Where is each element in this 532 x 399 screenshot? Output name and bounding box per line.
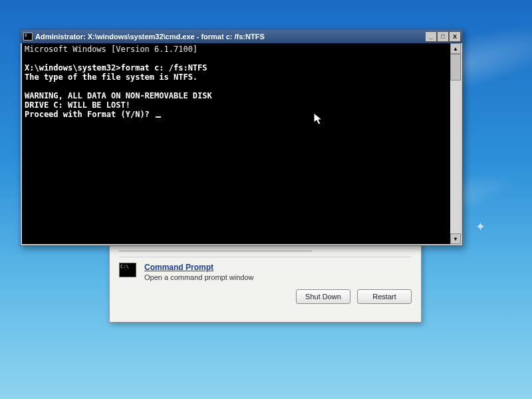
minimize-button[interactable]: _ [425, 31, 437, 42]
scrollbar[interactable]: ▲ ▼ [450, 43, 461, 244]
bird-decoration: ✦ [475, 219, 485, 234]
cmd-body: Microsoft Windows [Version 6.1.7100] X:\… [21, 43, 462, 245]
scroll-down-button[interactable]: ▼ [450, 233, 461, 244]
command-prompt-link[interactable]: Command Prompt [144, 263, 253, 272]
terminal-cursor [156, 116, 161, 118]
close-button[interactable]: X [449, 31, 461, 42]
cmd-app-icon [23, 33, 33, 41]
window-title: Administrator: X:\windows\system32\cmd.e… [35, 33, 422, 41]
scroll-track[interactable] [450, 54, 461, 233]
recovery-header-text: ————————————————————————————— [119, 247, 412, 257]
command-prompt-desc: Open a command prompt window [144, 273, 253, 281]
cmd-icon [119, 263, 136, 277]
titlebar[interactable]: Administrator: X:\windows\system32\cmd.e… [21, 30, 462, 43]
cmd-window: Administrator: X:\windows\system32\cmd.e… [20, 29, 463, 246]
scroll-thumb[interactable] [450, 54, 461, 80]
terminal-output[interactable]: Microsoft Windows [Version 6.1.7100] X:\… [22, 43, 450, 244]
scroll-up-button[interactable]: ▲ [450, 43, 461, 54]
recovery-options-dialog: ————————————————————————————— Command Pr… [109, 239, 422, 323]
restart-button[interactable]: Restart [357, 289, 412, 304]
shutdown-button[interactable]: Shut Down [296, 289, 350, 304]
recovery-item-command-prompt[interactable]: Command Prompt Open a command prompt win… [119, 263, 412, 281]
maximize-button[interactable]: □ [437, 31, 449, 42]
